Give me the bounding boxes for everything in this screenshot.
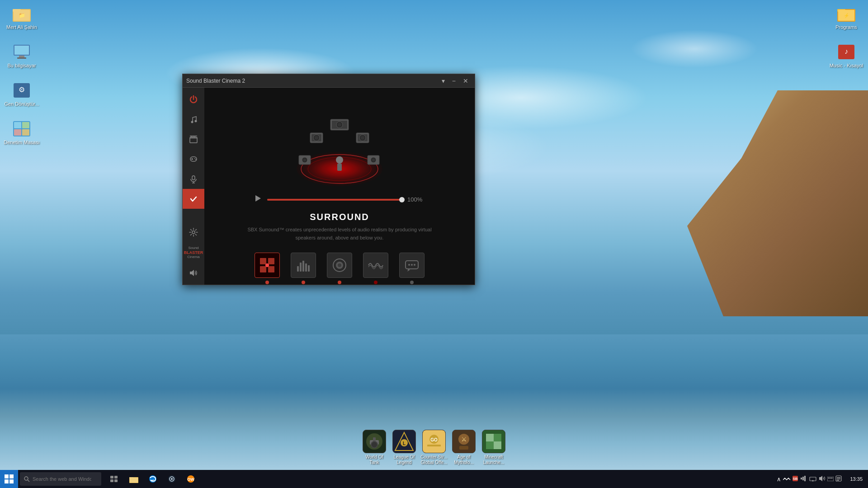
bottom-icon-surround[interactable]	[255, 253, 280, 284]
svg-point-46	[195, 120, 197, 122]
tray-sound-blaster[interactable]: SB	[792, 475, 798, 483]
svg-rect-116	[130, 478, 138, 483]
svg-rect-5	[14, 46, 29, 55]
computer-icon-label: Bu bilgisayar	[8, 63, 36, 69]
dropdown-btn[interactable]: ▾	[439, 76, 448, 86]
lol-icon[interactable]: L League Of Legend	[391, 430, 418, 465]
svg-point-120	[171, 478, 173, 480]
svg-point-102	[411, 264, 413, 266]
sb-body: Sound BLASTER Cinema	[183, 88, 475, 285]
svg-rect-88	[268, 258, 274, 264]
desktop-icon-music[interactable]: ♪ Music - Kısayol	[828, 43, 864, 69]
nav-volume[interactable]	[183, 263, 204, 283]
bottom-icon-equalizer[interactable]	[291, 253, 316, 284]
bottom-icons-row	[255, 253, 425, 284]
svg-rect-134	[831, 478, 832, 479]
start-button[interactable]	[0, 470, 18, 488]
svg-point-108	[24, 477, 28, 480]
svg-point-71	[315, 136, 318, 140]
svg-rect-104	[5, 474, 9, 479]
control-panel-icon	[13, 120, 31, 138]
waves-feature-icon[interactable]	[363, 253, 388, 278]
taskbar-file-explorer[interactable]	[125, 470, 143, 488]
tray-chevron[interactable]: ∧	[777, 476, 781, 483]
chat-feature-icon[interactable]	[399, 253, 425, 278]
svg-rect-105	[9, 474, 14, 479]
lol-img: L	[392, 430, 416, 453]
aom-icon[interactable]: ⚔ Age of Mytholo...	[450, 430, 477, 465]
tray-keyboard[interactable]	[827, 476, 834, 483]
tray-icons: ∧ SB	[773, 475, 845, 483]
nav-voice[interactable]	[183, 169, 204, 189]
svg-point-101	[408, 264, 410, 266]
taskbar-steam[interactable]	[163, 470, 181, 488]
desktop-icon-user[interactable]: 📁 Mert Ali Şahin	[4, 5, 40, 30]
svg-point-82	[303, 159, 306, 161]
minecraft-img	[482, 430, 505, 453]
speaker-feature-icon[interactable]	[327, 253, 352, 278]
tray-more-icons[interactable]	[800, 475, 807, 483]
svg-rect-67	[337, 164, 342, 171]
minimize-btn[interactable]: −	[449, 76, 458, 86]
surround-slider[interactable]	[267, 199, 402, 201]
desktop-icon-computer[interactable]: Bu bilgisayar	[4, 43, 40, 69]
tray-network2[interactable]	[809, 475, 816, 483]
nav-power[interactable]	[183, 89, 204, 109]
minecraft-icon[interactable]: Minecraft Launche...	[480, 430, 507, 465]
surround-dot	[265, 281, 269, 284]
equalizer-feature-icon[interactable]	[291, 253, 316, 278]
task-view-btn[interactable]	[105, 470, 123, 488]
nav-movie[interactable]	[183, 129, 204, 149]
desktop-icon-convert[interactable]: ⚙ Gen Dönüştür...	[4, 81, 40, 107]
svg-text:SB: SB	[793, 477, 798, 481]
svg-rect-112	[110, 479, 113, 482]
bottom-icon-waves[interactable]	[363, 253, 388, 284]
wot-icon[interactable]: World Of Tank	[361, 430, 388, 465]
svg-rect-107	[9, 479, 14, 483]
slider-thumb[interactable]	[399, 197, 405, 202]
svg-point-56	[194, 158, 195, 159]
play-button[interactable]	[254, 194, 262, 205]
bottom-icon-chat[interactable]	[399, 253, 425, 284]
close-btn[interactable]: ✕	[460, 76, 471, 86]
svg-point-26	[372, 442, 377, 447]
taskbar-edge[interactable]	[144, 470, 162, 488]
nav-game[interactable]	[183, 149, 204, 169]
tray-clock[interactable]: 13:35	[846, 476, 866, 482]
tray-network[interactable]	[783, 475, 790, 483]
svg-rect-95	[305, 263, 307, 272]
taskbar-search[interactable]	[20, 472, 101, 486]
taskbar-overwolf[interactable]: OW	[182, 470, 200, 488]
svg-marker-130	[819, 476, 822, 481]
csgo-icon[interactable]: GO Counter-Str... Global Offe...	[420, 430, 448, 465]
convert-icon-label: Gen Dönüştür...	[4, 101, 39, 107]
equalizer-dot	[302, 281, 305, 284]
svg-point-129	[812, 480, 814, 481]
surround-feature-icon[interactable]	[255, 253, 280, 278]
svg-point-61	[192, 231, 195, 234]
svg-point-79	[338, 123, 341, 127]
svg-point-85	[372, 159, 375, 161]
svg-rect-111	[114, 476, 118, 479]
svg-rect-137	[837, 477, 840, 478]
wot-label: World Of Tank	[361, 455, 388, 465]
desktop-icon-programs[interactable]: ⚡ Programs	[828, 5, 864, 30]
svg-rect-92	[297, 266, 299, 272]
svg-rect-106	[5, 479, 9, 483]
svg-point-75	[361, 136, 364, 140]
nav-surround[interactable]	[183, 189, 204, 209]
svg-rect-87	[260, 258, 266, 264]
desktop-icon-control[interactable]: Denetim Masası	[4, 120, 40, 145]
tray-volume[interactable]	[818, 475, 826, 483]
search-input[interactable]	[33, 476, 91, 482]
csgo-img: GO	[422, 430, 446, 453]
svg-rect-138	[837, 479, 840, 479]
csgo-label: Counter-Str... Global Offe...	[420, 455, 448, 465]
nav-settings[interactable]	[183, 222, 204, 242]
taskbar-pinned-apps: OW	[125, 470, 200, 488]
tray-action-center[interactable]	[835, 475, 842, 483]
surround-title: SURROUND	[310, 212, 369, 222]
nav-music[interactable]	[183, 109, 204, 129]
bottom-icon-speaker[interactable]	[327, 253, 352, 284]
game-icons-container: World Of Tank L League Of Legend GO	[361, 430, 507, 465]
